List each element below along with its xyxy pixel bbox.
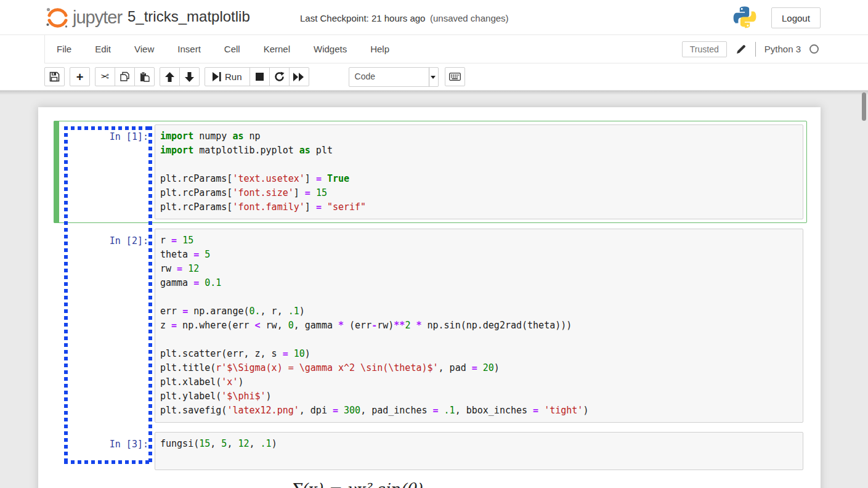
code-line: gamma = 0.1 <box>160 276 798 290</box>
code-line: fungsi(15, 5, 12, .1) <box>160 437 798 451</box>
python-logo-icon <box>732 4 758 30</box>
save-icon <box>49 71 60 82</box>
plus-icon: + <box>76 71 84 83</box>
notebook-container: In [1]:import numpy as npimport matplotl… <box>38 107 821 488</box>
run-button[interactable]: Run <box>205 67 250 86</box>
code-line: plt.rcParams['text.usetex'] = True <box>160 172 798 186</box>
code-line: rw = 12 <box>160 262 798 276</box>
paste-icon <box>139 71 150 82</box>
interrupt-kernel-button[interactable] <box>249 67 270 86</box>
code-line: r = 15 <box>160 234 798 248</box>
cell-type-dropdown[interactable]: Code <box>349 67 439 87</box>
paste-cell-button[interactable] <box>134 67 155 86</box>
jupyter-logo[interactable]: jupyter <box>46 6 122 29</box>
scrollbar-thumb[interactable] <box>862 92 866 121</box>
trusted-button[interactable]: Trusted <box>682 41 727 57</box>
restart-icon <box>274 71 285 82</box>
code-line: z = np.where(err < rw, 0, gamma * (err-r… <box>160 319 798 333</box>
jupyter-logo-icon <box>46 6 69 29</box>
code-line: err = np.arange(0., r, .1) <box>160 304 798 319</box>
code-line <box>160 290 798 304</box>
code-line: plt.title(r'$\Sigma(x) = \gamma x^2 \sin… <box>160 361 798 375</box>
checkpoint-status: Last Checkpoint: 21 hours ago <box>300 13 425 23</box>
menubar-divider <box>755 42 756 57</box>
menubar-inner: FileEditViewInsertCellKernelWidgetsHelp … <box>44 35 868 63</box>
insert-cell-button[interactable]: + <box>70 67 90 86</box>
cell-prompt: In [3]: <box>57 432 155 470</box>
run-step-forward-icon <box>213 72 221 81</box>
menu-item-view[interactable]: View <box>123 44 166 54</box>
menubar-right: Trusted Python 3 <box>682 35 819 63</box>
cells: In [1]:import numpy as npimport matplotl… <box>54 121 807 474</box>
code-line: plt.xlabel('x') <box>160 375 798 389</box>
menu-item-cell[interactable]: Cell <box>213 44 252 54</box>
code-line: import matplotlib.pyplot as plt <box>160 144 798 158</box>
code-line: plt.scatter(err, z, s = 10) <box>160 347 798 361</box>
menu-item-insert[interactable]: Insert <box>166 44 213 54</box>
stop-icon <box>256 73 264 81</box>
logout-button[interactable]: Logout <box>771 7 821 28</box>
code-line <box>160 158 798 172</box>
toolbar: + ✂ <box>0 63 868 91</box>
unsaved-changes-status: (unsaved changes) <box>430 13 509 23</box>
code-input-area[interactable]: fungsi(15, 5, 12, .1) <box>155 432 803 470</box>
menubar: FileEditViewInsertCellKernelWidgetsHelp … <box>0 35 868 63</box>
code-line: plt.ylabel('$\phi$') <box>160 389 798 404</box>
run-label: Run <box>225 71 242 82</box>
code-line: import numpy as np <box>160 129 798 144</box>
scissors-icon: ✂ <box>100 70 109 83</box>
kernel-idle-indicator-icon <box>809 44 819 54</box>
notebook-title[interactable]: 5_tricks_matplotlib <box>128 8 250 25</box>
logout-label: Logout <box>782 13 810 23</box>
restart-run-all-button[interactable] <box>289 67 309 86</box>
code-line <box>160 333 798 347</box>
command-palette-button[interactable] <box>445 67 465 86</box>
code-line <box>160 451 798 465</box>
arrow-up-icon <box>165 72 174 82</box>
code-line: plt.rcParams['font.family'] = "serif" <box>160 200 798 214</box>
cell-type-value: Code <box>355 71 375 81</box>
arrow-down-icon <box>185 72 194 82</box>
kernel-name: Python 3 <box>765 44 801 54</box>
notebook-cell-2[interactable]: In [2]:r = 15theta = 5rw = 12gamma = 0.1… <box>54 225 807 426</box>
cell-prompt: In [1]: <box>57 124 155 219</box>
save-button[interactable] <box>44 67 65 86</box>
fast-forward-icon <box>293 73 304 81</box>
code-line: plt.savefig('latex12.png', dpi = 300, pa… <box>160 404 798 418</box>
menu-item-file[interactable]: File <box>45 44 83 54</box>
restart-kernel-button[interactable] <box>269 67 290 86</box>
header: jupyter 5_tricks_matplotlib Last Checkpo… <box>0 0 868 35</box>
notebook-background: In [1]:import numpy as npimport matplotl… <box>0 91 868 488</box>
menu-item-kernel[interactable]: Kernel <box>252 44 302 54</box>
menu-item-widgets[interactable]: Widgets <box>302 44 359 54</box>
chevron-down-icon <box>431 76 436 79</box>
cut-cell-button[interactable]: ✂ <box>95 67 115 86</box>
notebook-cell-3[interactable]: In [3]:fungsi(15, 5, 12, .1) <box>54 428 807 474</box>
copy-cell-button[interactable] <box>115 67 135 86</box>
code-input-area[interactable]: import numpy as npimport matplotlib.pypl… <box>155 124 803 219</box>
menu-item-help[interactable]: Help <box>359 44 401 54</box>
code-line: theta = 5 <box>160 248 798 262</box>
edit-title-pencil-icon[interactable] <box>736 44 747 55</box>
code-input-area[interactable]: r = 15theta = 5rw = 12gamma = 0.1 err = … <box>155 229 803 423</box>
notebook-cell-1[interactable]: In [1]:import numpy as npimport matplotl… <box>54 121 807 223</box>
latex-output: Σ(x) = γx² sin(θ) <box>290 480 807 488</box>
menu-item-edit[interactable]: Edit <box>83 44 123 54</box>
jupyter-logo-text: jupyter <box>73 6 122 29</box>
keyboard-icon <box>449 73 461 81</box>
copy-icon <box>120 71 130 82</box>
move-cell-down-button[interactable] <box>179 67 200 86</box>
code-line: plt.rcParams['font.size'] = 15 <box>160 186 798 200</box>
move-cell-up-button[interactable] <box>160 67 180 86</box>
cell-prompt: In [2]: <box>57 229 155 423</box>
